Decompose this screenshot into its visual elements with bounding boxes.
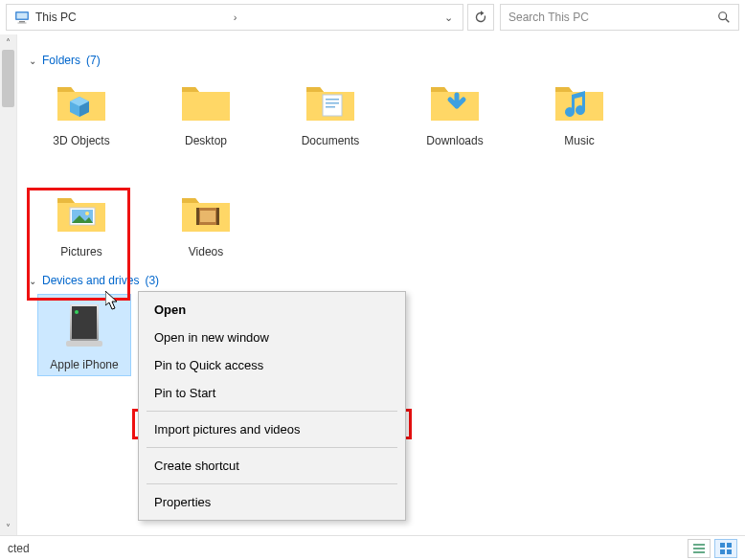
svg-rect-3 (18, 23, 27, 24)
search-box[interactable] (500, 4, 739, 31)
breadcrumb[interactable]: This PC (35, 11, 224, 24)
folder-music[interactable]: Music (536, 75, 622, 147)
menu-separator (147, 447, 397, 448)
svg-rect-12 (326, 106, 335, 108)
devices-section-header[interactable]: ⌄ Devices and drives (3) (29, 274, 737, 287)
folder-icon (304, 78, 357, 125)
address-dropdown-icon[interactable]: ⌄ (440, 11, 457, 24)
svg-rect-11 (326, 102, 339, 104)
scrollbar-thumb[interactable] (2, 50, 14, 107)
content-pane: ⌄ Folders (7) 3D O (17, 34, 745, 535)
folder-icon (55, 78, 108, 125)
refresh-button[interactable] (467, 4, 494, 31)
svg-rect-42 (720, 549, 725, 554)
devices-label: Devices and drives (42, 274, 139, 287)
svg-rect-1 (17, 13, 28, 19)
this-pc-icon (14, 10, 30, 25)
address-bar: This PC › ⌄ (0, 0, 745, 34)
folder-documents[interactable]: Documents (287, 75, 373, 147)
menu-create-shortcut[interactable]: Create shortcut (139, 452, 405, 480)
status-bar: cted (0, 535, 745, 560)
view-large-icons-button[interactable] (714, 539, 737, 558)
item-label: Downloads (412, 134, 498, 147)
menu-pin-quick-access[interactable]: Pin to Quick access (139, 351, 405, 379)
search-input[interactable] (508, 11, 711, 24)
menu-properties[interactable]: Properties (139, 488, 405, 516)
view-details-button[interactable] (688, 539, 711, 558)
list-view-icon (692, 542, 706, 555)
svg-rect-19 (216, 208, 219, 225)
device-icon (60, 301, 108, 350)
vertical-scrollbar[interactable]: ˄ ˅ (0, 34, 17, 535)
context-menu: Open Open in new window Pin to Quick acc… (138, 291, 406, 521)
svg-rect-39 (693, 551, 705, 553)
item-label: Videos (163, 245, 249, 258)
folder-pictures[interactable]: Pictures (38, 186, 124, 258)
menu-pin-start[interactable]: Pin to Start (139, 379, 405, 407)
svg-rect-2 (19, 21, 25, 23)
status-text: cted (8, 542, 30, 555)
cursor-icon (105, 291, 119, 310)
folder-icon (179, 189, 233, 236)
search-icon (717, 11, 731, 24)
item-label: Desktop (163, 134, 249, 147)
svg-rect-43 (727, 549, 732, 554)
devices-count: (3) (145, 274, 159, 287)
svg-rect-38 (693, 548, 705, 549)
svg-rect-18 (196, 208, 199, 225)
svg-rect-10 (326, 99, 339, 101)
item-label: Documents (287, 134, 373, 147)
scroll-up-icon[interactable]: ˄ (1, 34, 16, 50)
refresh-icon (474, 11, 487, 24)
item-label: Music (536, 134, 622, 147)
svg-point-16 (85, 212, 89, 215)
svg-point-24 (75, 310, 79, 314)
folder-icon (179, 78, 233, 125)
svg-rect-9 (323, 95, 342, 116)
folder-3d-objects[interactable]: 3D Objects (38, 75, 124, 147)
chevron-down-icon: ⌄ (29, 276, 36, 286)
chevron-down-icon: ⌄ (29, 56, 36, 66)
item-label: 3D Objects (38, 134, 124, 147)
folder-icon (428, 78, 482, 125)
svg-rect-37 (693, 544, 705, 546)
item-label: Apple iPhone (38, 358, 130, 371)
folder-desktop[interactable]: Desktop (163, 75, 249, 147)
menu-separator (147, 411, 397, 412)
folder-videos[interactable]: Videos (163, 186, 249, 258)
menu-import-pictures-videos[interactable]: Import pictures and videos (139, 415, 405, 443)
svg-line-5 (726, 19, 730, 23)
menu-separator (147, 483, 397, 484)
folders-label: Folders (42, 54, 80, 67)
folder-icon (55, 189, 108, 236)
breadcrumb-arrow-icon[interactable]: › (230, 11, 241, 23)
folders-grid: 3D Objects Desktop (38, 75, 737, 258)
folder-icon (553, 78, 606, 125)
svg-rect-41 (727, 543, 732, 548)
tiles-view-icon (719, 542, 733, 555)
menu-open-new-window[interactable]: Open in new window (139, 324, 405, 351)
svg-rect-40 (720, 543, 725, 548)
menu-open[interactable]: Open (139, 296, 405, 324)
folder-downloads[interactable]: Downloads (412, 75, 498, 147)
address-field[interactable]: This PC › ⌄ (6, 4, 463, 31)
svg-rect-20 (200, 211, 215, 222)
folders-section-header[interactable]: ⌄ Folders (7) (29, 54, 737, 67)
svg-rect-25 (66, 341, 102, 347)
folders-count: (7) (86, 54, 101, 67)
item-label: Pictures (38, 245, 124, 258)
svg-point-4 (719, 12, 727, 20)
scroll-down-icon[interactable]: ˅ (1, 520, 16, 535)
